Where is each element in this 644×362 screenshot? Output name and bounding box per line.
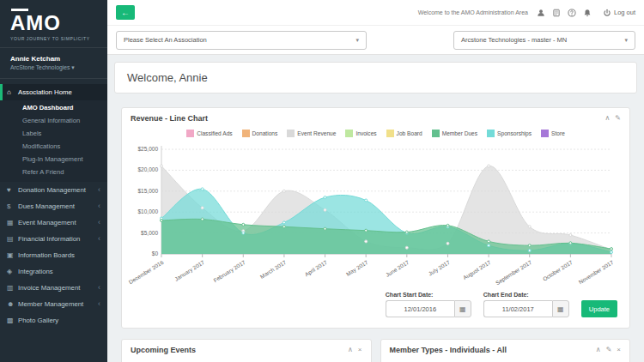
legend-item-sponsorships[interactable]: Sponsorships [487,130,532,137]
svg-text:December 2016: December 2016 [128,259,165,286]
sidebar-item-amo-dashboard[interactable]: AMO Dashboard [0,101,107,114]
close-icon[interactable]: × [358,347,362,353]
sidebar: AMO YOUR JOURNEY TO SIMPLICITY Annie Ket… [0,0,107,362]
calendar-icon[interactable]: ▦ [454,300,471,317]
sidebar-item-invoice-management[interactable]: ▥ Invoice Management ‹ [0,280,107,296]
sidebar-item-refer-a-friend[interactable]: Refer A Friend [0,166,107,178]
svg-text:October 2017: October 2017 [542,259,574,282]
sidebar-item-labels[interactable]: Labels [0,127,107,140]
chart-end-date-label: Chart End Date: [483,292,569,298]
collapse-icon[interactable]: ∧ [596,347,601,353]
organization-select[interactable]: Arcstone Technologies - master - MN ▾ [453,31,635,50]
association-select[interactable]: Please Select An Association ▾ [116,31,367,50]
upcoming-events-title: Upcoming Events [131,346,196,354]
member-types-tools: ∧ ✎ × [596,347,621,353]
svg-text:$25,000: $25,000 [138,146,159,152]
legend-label: Classified Ads [197,130,232,136]
chevron-left-icon: ‹ [98,300,100,308]
topbar: ← Welcome to the AMO Administration Area [107,0,644,26]
logout-button[interactable]: Log out [603,9,635,17]
chart-end-date-group: Chart End Date: ▦ [483,292,569,317]
board-icon: ▣ [7,251,18,259]
sidebar-user-box: Annie Ketcham ArcStone Technologies ▾ [0,47,107,79]
svg-text:April 2017: April 2017 [304,259,329,278]
calendar-icon[interactable]: ▦ [552,300,569,317]
legend-item-event-revenue[interactable]: Event Revenue [287,130,336,137]
legend-swatch [345,130,353,137]
welcome-panel: Welcome, Annie [114,62,637,94]
sidebar-item-integrations[interactable]: ◈ Integrations [0,263,107,280]
sidebar-item-dues-management[interactable]: $ Dues Management ‹ [0,198,107,214]
user-icon[interactable] [537,9,545,17]
legend-item-classified-ads[interactable]: Classified Ads [186,130,232,137]
sidebar-item-plug-in-management[interactable]: Plug-In Management [0,153,107,166]
svg-text:$10,000: $10,000 [138,208,159,214]
upcoming-events-tools: ∧ × [348,347,362,353]
legend-item-donations[interactable]: Donations [242,130,278,137]
nav-label: Integrations [18,268,53,275]
calendar-icon: ▦ [7,219,18,226]
user-name: Annie Ketcham [10,55,97,63]
edit-icon[interactable]: ✎ [606,347,612,353]
legend-item-store[interactable]: Store [541,130,565,137]
document-icon[interactable] [552,9,561,17]
nav-label: Donation Management [18,186,86,194]
sidebar-item-financial-information[interactable]: ▤ Financial Information ‹ [0,231,107,247]
association-select-value: Please Select An Association [124,36,207,44]
nav-label: Photo Gallery [18,317,58,324]
legend-label: Invoices [355,130,376,136]
edit-icon[interactable]: ✎ [615,115,621,122]
nav-label: Invoice Management [18,284,80,292]
member-types-panel: Member Types - Individuals - All ∧ ✎ × [380,339,631,362]
logo-text: AMO [10,13,97,33]
nav-label: Event Management [18,219,76,226]
photo-icon: ▩ [7,317,18,324]
legend-swatch [186,130,194,137]
legend-item-job-board[interactable]: Job Board [386,130,422,137]
nav-label: Information Boards [18,251,75,259]
member-types-title: Member Types - Individuals - All [390,346,507,354]
legend-item-member-dues[interactable]: Member Dues [432,130,477,137]
help-icon[interactable] [568,9,576,17]
amo-logo[interactable]: AMO YOUR JOURNEY TO SIMPLICITY [0,0,107,47]
chart-start-date-input[interactable] [386,300,454,317]
legend-item-invoices[interactable]: Invoices [345,130,376,137]
sidebar-item-modifications[interactable]: Modifications [0,140,107,153]
sidebar-item-event-management[interactable]: ▦ Event Management ‹ [0,214,107,231]
power-icon [603,9,611,17]
logo-tagline: YOUR JOURNEY TO SIMPLICITY [10,36,97,41]
page-title: Welcome, Annie [127,71,208,84]
collapse-icon[interactable]: ∧ [605,115,610,122]
sidebar-item-member-management[interactable]: ☻ Member Management ‹ [0,296,107,312]
close-icon[interactable]: × [617,347,621,353]
legend-swatch [541,130,549,137]
sidebar-item-donation-management[interactable]: ♥ Donation Management ‹ [0,182,107,198]
legend-swatch [487,130,495,137]
dollar-icon: $ [7,202,18,210]
update-button[interactable]: Update [581,300,617,317]
legend-label: Sponsorships [497,130,532,136]
svg-text:November 2017: November 2017 [578,259,615,286]
revenue-line-chart[interactable]: $0$5,000$10,000$15,000$20,000$25,000Dece… [131,142,621,288]
home-icon: ⌂ [7,88,18,96]
chevron-left-icon: ‹ [98,186,100,194]
revenue-panel: Revenue - Line Chart ∧ ✎ Classified Ads … [121,107,630,329]
bell-icon[interactable] [583,9,592,17]
chevron-left-icon: ‹ [98,235,100,243]
back-button[interactable]: ← [116,5,135,20]
sidebar-item-general-information[interactable]: General Information [0,114,107,127]
sidebar-item-association-home[interactable]: ⌂ Association Home [0,84,107,100]
sidebar-item-information-boards[interactable]: ▣ Information Boards [0,247,107,263]
chart-end-date-input[interactable] [483,300,552,317]
revenue-panel-tools: ∧ ✎ [605,115,621,122]
sidebar-item-photo-gallery[interactable]: ▩ Photo Gallery [0,312,107,329]
caret-down-icon: ▾ [355,37,359,44]
chart-legend: Classified Ads Donations Event Revenue I… [122,126,629,139]
user-org-dropdown[interactable]: ArcStone Technologies ▾ [10,64,97,71]
bottom-panels-row: Upcoming Events ∧ × Member Types - Indiv… [121,339,630,362]
topbar-welcome-text: Welcome to the AMO Administration Area [418,9,528,15]
collapse-icon[interactable]: ∧ [348,347,353,353]
chevron-left-icon: ‹ [98,202,100,210]
revenue-panel-header: Revenue - Line Chart ∧ ✎ [122,108,629,126]
app-window: AMO YOUR JOURNEY TO SIMPLICITY Annie Ket… [0,0,644,362]
